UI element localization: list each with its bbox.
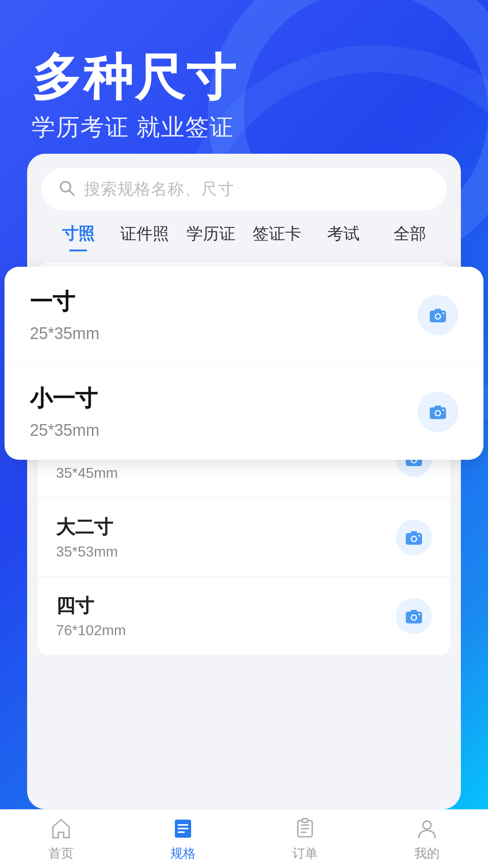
svg-rect-30	[435, 309, 441, 311]
item-size-si-cun: 76*102mm	[56, 622, 126, 639]
camera-btn-expanded-xiao-yi-cun[interactable]	[418, 392, 458, 432]
item-text-si-cun: 四寸 76*102mm	[56, 593, 126, 639]
search-placeholder: 搜索规格名称、尺寸	[84, 178, 235, 200]
svg-rect-42	[302, 819, 308, 822]
nav-home-label: 首页	[48, 845, 74, 862]
order-icon	[292, 816, 318, 841]
expanded-text-xiao-yi-cun: 小一寸 25*35mm	[30, 383, 99, 440]
header-title: 多种尺寸	[32, 50, 238, 104]
header-subtitle: 学历考证 就业签证	[32, 112, 238, 143]
svg-rect-25	[411, 610, 417, 613]
svg-line-1	[69, 190, 74, 195]
camera-btn-da-er-cun[interactable]	[396, 519, 432, 556]
spec-icon	[170, 816, 196, 841]
svg-point-29	[436, 314, 440, 318]
item-text-da-er-cun: 大二寸 35*53mm	[56, 514, 118, 560]
tab-xue-li[interactable]: 学历证	[178, 223, 244, 251]
search-bar[interactable]: 搜索规格名称、尺寸	[42, 168, 446, 210]
tab-bar: 寸照 证件照 学历证 签证卡 考试 全部	[27, 210, 461, 251]
svg-rect-39	[178, 828, 188, 830]
svg-point-19	[412, 537, 416, 541]
search-icon	[58, 179, 76, 200]
nav-order-label: 订单	[292, 845, 318, 862]
search-bar-wrap: 搜索规格名称、尺寸	[27, 154, 461, 210]
svg-point-26	[418, 613, 420, 615]
svg-rect-40	[178, 831, 185, 833]
item-name-si-cun: 四寸	[56, 593, 126, 618]
nav-mine-label: 我的	[414, 845, 440, 862]
svg-point-43	[423, 821, 431, 829]
header: 多种尺寸 学历考证 就业签证	[32, 50, 238, 143]
expanded-size-yi-cun: 25*35mm	[30, 324, 99, 343]
mine-icon	[414, 816, 440, 841]
item-size-xiao-er-cun: 35*45mm	[56, 465, 118, 481]
nav-mine[interactable]: 我的	[414, 816, 440, 862]
item-size-da-er-cun: 35*53mm	[56, 543, 118, 560]
main-card: 搜索规格名称、尺寸 寸照 证件照 学历证 签证卡 考试 全部 一寸 25*35m…	[27, 154, 461, 809]
camera-btn-si-cun[interactable]	[396, 598, 432, 634]
home-icon	[48, 816, 74, 841]
nav-spec-label: 规格	[170, 845, 196, 862]
svg-point-31	[442, 312, 444, 314]
nav-order[interactable]: 订单	[292, 816, 318, 862]
expanded-card: 一寸 25*35mm 小一寸 25*35mm	[5, 267, 483, 460]
svg-point-21	[418, 535, 420, 537]
tab-zheng-jian[interactable]: 证件照	[112, 223, 178, 251]
nav-spec[interactable]: 规格	[170, 816, 196, 862]
tab-kao-shi[interactable]: 考试	[310, 223, 377, 251]
camera-btn-expanded-yi-cun[interactable]	[418, 295, 458, 335]
bottom-nav: 首页 规格 订单	[0, 809, 488, 868]
tab-quan-bu[interactable]: 全部	[376, 223, 443, 251]
item-name-da-er-cun: 大二寸	[56, 514, 118, 540]
expanded-item-xiao-yi-cun[interactable]: 小一寸 25*35mm	[5, 363, 483, 460]
svg-point-36	[442, 409, 444, 411]
nav-home[interactable]: 首页	[48, 816, 74, 862]
list-item-da-er-cun[interactable]: 大二寸 35*53mm	[38, 498, 450, 577]
tab-cun-zhao[interactable]: 寸照	[45, 223, 112, 251]
expanded-name-xiao-yi-cun: 小一寸	[30, 383, 99, 414]
svg-point-34	[436, 411, 440, 415]
expanded-name-yi-cun: 一寸	[30, 287, 99, 317]
list-item-si-cun[interactable]: 四寸 76*102mm	[38, 577, 450, 655]
svg-rect-20	[411, 531, 417, 534]
expanded-size-xiao-yi-cun: 25*35mm	[30, 421, 99, 440]
svg-rect-35	[435, 406, 441, 408]
expanded-item-yi-cun[interactable]: 一寸 25*35mm	[5, 267, 483, 363]
svg-rect-38	[178, 824, 188, 826]
tab-qian-zheng[interactable]: 签证卡	[244, 223, 310, 251]
svg-point-24	[412, 615, 416, 619]
expanded-text-yi-cun: 一寸 25*35mm	[30, 287, 99, 343]
